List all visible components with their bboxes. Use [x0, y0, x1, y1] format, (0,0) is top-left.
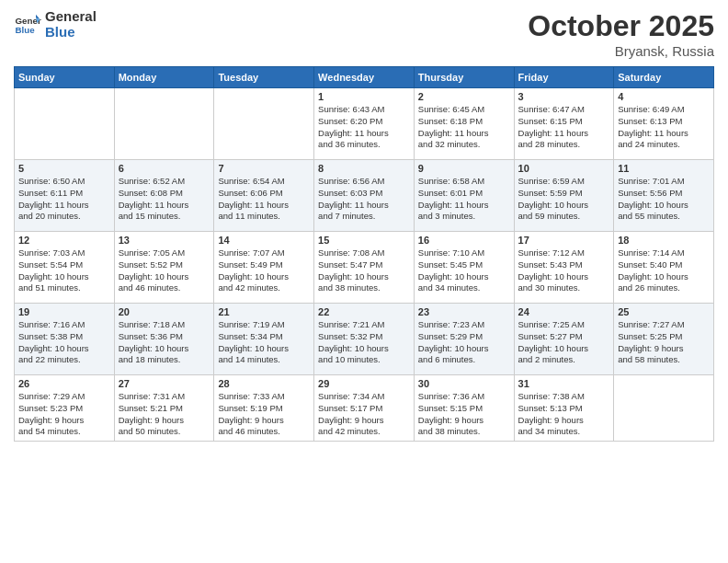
logo-general-text: General [45, 9, 97, 25]
col-friday: Friday [514, 67, 614, 88]
table-row: 31Sunrise: 7:38 AM Sunset: 5:13 PM Dayli… [514, 375, 614, 442]
table-row: 10Sunrise: 6:59 AM Sunset: 5:59 PM Dayli… [514, 160, 614, 232]
table-row: 28Sunrise: 7:33 AM Sunset: 5:19 PM Dayli… [214, 375, 314, 442]
day-info: Sunrise: 7:33 AM Sunset: 5:19 PM Dayligh… [218, 391, 310, 438]
table-row: 6Sunrise: 6:52 AM Sunset: 6:08 PM Daylig… [114, 160, 214, 232]
day-info: Sunrise: 7:25 AM Sunset: 5:27 PM Dayligh… [518, 319, 610, 366]
day-number: 20 [119, 306, 210, 317]
table-row: 27Sunrise: 7:31 AM Sunset: 5:21 PM Dayli… [114, 375, 214, 442]
day-number: 11 [618, 163, 710, 174]
day-info: Sunrise: 7:10 AM Sunset: 5:45 PM Dayligh… [418, 247, 510, 294]
day-info: Sunrise: 7:05 AM Sunset: 5:52 PM Dayligh… [119, 247, 210, 294]
day-info: Sunrise: 6:58 AM Sunset: 6:01 PM Dayligh… [418, 176, 510, 223]
day-info: Sunrise: 6:54 AM Sunset: 6:06 PM Dayligh… [218, 176, 310, 223]
day-number: 22 [318, 306, 410, 317]
table-row [114, 88, 214, 160]
day-info: Sunrise: 7:36 AM Sunset: 5:15 PM Dayligh… [418, 391, 510, 438]
table-row [614, 375, 714, 442]
table-row: 5Sunrise: 6:50 AM Sunset: 6:11 PM Daylig… [15, 160, 115, 232]
day-number: 15 [318, 235, 410, 246]
table-row: 7Sunrise: 6:54 AM Sunset: 6:06 PM Daylig… [214, 160, 314, 232]
day-info: Sunrise: 6:52 AM Sunset: 6:08 PM Dayligh… [119, 176, 210, 223]
svg-text:Blue: Blue [16, 25, 36, 35]
day-info: Sunrise: 7:34 AM Sunset: 5:17 PM Dayligh… [318, 391, 410, 438]
day-info: Sunrise: 7:07 AM Sunset: 5:49 PM Dayligh… [218, 247, 310, 294]
day-number: 5 [18, 163, 110, 174]
table-row: 1Sunrise: 6:43 AM Sunset: 6:20 PM Daylig… [314, 88, 415, 160]
day-info: Sunrise: 7:18 AM Sunset: 5:36 PM Dayligh… [119, 319, 210, 366]
day-info: Sunrise: 7:27 AM Sunset: 5:25 PM Dayligh… [618, 319, 710, 366]
day-number: 25 [618, 306, 710, 317]
day-number: 13 [119, 235, 210, 246]
table-row: 12Sunrise: 7:03 AM Sunset: 5:54 PM Dayli… [15, 232, 115, 304]
day-info: Sunrise: 7:38 AM Sunset: 5:13 PM Dayligh… [518, 391, 610, 438]
day-number: 30 [418, 378, 510, 389]
location: Bryansk, Russia [528, 43, 714, 59]
table-row: 8Sunrise: 6:56 AM Sunset: 6:03 PM Daylig… [314, 160, 415, 232]
col-sunday: Sunday [15, 67, 115, 88]
day-info: Sunrise: 7:08 AM Sunset: 5:47 PM Dayligh… [318, 247, 410, 294]
day-info: Sunrise: 7:01 AM Sunset: 5:56 PM Dayligh… [618, 176, 710, 223]
day-number: 14 [218, 235, 310, 246]
table-row: 2Sunrise: 6:45 AM Sunset: 6:18 PM Daylig… [414, 88, 514, 160]
table-row: 9Sunrise: 6:58 AM Sunset: 6:01 PM Daylig… [414, 160, 514, 232]
calendar-header-row: Sunday Monday Tuesday Wednesday Thursday… [15, 67, 714, 88]
logo: General Blue General Blue [14, 9, 97, 40]
day-info: Sunrise: 6:43 AM Sunset: 6:20 PM Dayligh… [318, 104, 410, 151]
month-title: October 2025 [528, 9, 714, 43]
table-row: 25Sunrise: 7:27 AM Sunset: 5:25 PM Dayli… [614, 304, 714, 375]
col-monday: Monday [114, 67, 214, 88]
col-wednesday: Wednesday [314, 67, 415, 88]
day-info: Sunrise: 7:19 AM Sunset: 5:34 PM Dayligh… [218, 319, 310, 366]
table-row: 13Sunrise: 7:05 AM Sunset: 5:52 PM Dayli… [114, 232, 214, 304]
day-number: 19 [18, 306, 110, 317]
day-number: 31 [518, 378, 610, 389]
day-number: 24 [518, 306, 610, 317]
day-info: Sunrise: 6:45 AM Sunset: 6:18 PM Dayligh… [418, 104, 510, 151]
day-info: Sunrise: 6:50 AM Sunset: 6:11 PM Dayligh… [18, 176, 110, 223]
day-info: Sunrise: 7:12 AM Sunset: 5:43 PM Dayligh… [518, 247, 610, 294]
day-number: 10 [518, 163, 610, 174]
table-row: 24Sunrise: 7:25 AM Sunset: 5:27 PM Dayli… [514, 304, 614, 375]
table-row: 4Sunrise: 6:49 AM Sunset: 6:13 PM Daylig… [614, 88, 714, 160]
day-info: Sunrise: 6:56 AM Sunset: 6:03 PM Dayligh… [318, 176, 410, 223]
table-row: 29Sunrise: 7:34 AM Sunset: 5:17 PM Dayli… [314, 375, 415, 442]
day-info: Sunrise: 6:59 AM Sunset: 5:59 PM Dayligh… [518, 176, 610, 223]
day-number: 9 [418, 163, 510, 174]
header: General Blue General Blue October 2025 B… [14, 9, 714, 59]
day-number: 4 [618, 91, 710, 102]
table-row: 23Sunrise: 7:23 AM Sunset: 5:29 PM Dayli… [414, 304, 514, 375]
day-number: 8 [318, 163, 410, 174]
logo-icon: General Blue [14, 11, 41, 39]
table-row: 11Sunrise: 7:01 AM Sunset: 5:56 PM Dayli… [614, 160, 714, 232]
table-row: 15Sunrise: 7:08 AM Sunset: 5:47 PM Dayli… [314, 232, 415, 304]
title-section: October 2025 Bryansk, Russia [528, 9, 714, 59]
page: General Blue General Blue October 2025 B… [0, 0, 728, 563]
day-number: 27 [119, 378, 210, 389]
day-number: 21 [218, 306, 310, 317]
table-row [15, 88, 115, 160]
day-info: Sunrise: 7:16 AM Sunset: 5:38 PM Dayligh… [18, 319, 110, 366]
day-number: 18 [618, 235, 710, 246]
day-info: Sunrise: 7:23 AM Sunset: 5:29 PM Dayligh… [418, 319, 510, 366]
calendar-table: Sunday Monday Tuesday Wednesday Thursday… [14, 66, 714, 442]
day-number: 28 [218, 378, 310, 389]
day-number: 12 [18, 235, 110, 246]
table-row: 14Sunrise: 7:07 AM Sunset: 5:49 PM Dayli… [214, 232, 314, 304]
day-info: Sunrise: 7:29 AM Sunset: 5:23 PM Dayligh… [18, 391, 110, 438]
table-row: 26Sunrise: 7:29 AM Sunset: 5:23 PM Dayli… [15, 375, 115, 442]
day-info: Sunrise: 7:31 AM Sunset: 5:21 PM Dayligh… [119, 391, 210, 438]
day-number: 16 [418, 235, 510, 246]
table-row: 17Sunrise: 7:12 AM Sunset: 5:43 PM Dayli… [514, 232, 614, 304]
day-info: Sunrise: 7:03 AM Sunset: 5:54 PM Dayligh… [18, 247, 110, 294]
col-thursday: Thursday [414, 67, 514, 88]
col-saturday: Saturday [614, 67, 714, 88]
day-number: 6 [119, 163, 210, 174]
day-number: 23 [418, 306, 510, 317]
day-number: 3 [518, 91, 610, 102]
table-row: 22Sunrise: 7:21 AM Sunset: 5:32 PM Dayli… [314, 304, 415, 375]
day-info: Sunrise: 7:21 AM Sunset: 5:32 PM Dayligh… [318, 319, 410, 366]
day-info: Sunrise: 7:14 AM Sunset: 5:40 PM Dayligh… [618, 247, 710, 294]
day-number: 7 [218, 163, 310, 174]
table-row: 16Sunrise: 7:10 AM Sunset: 5:45 PM Dayli… [414, 232, 514, 304]
